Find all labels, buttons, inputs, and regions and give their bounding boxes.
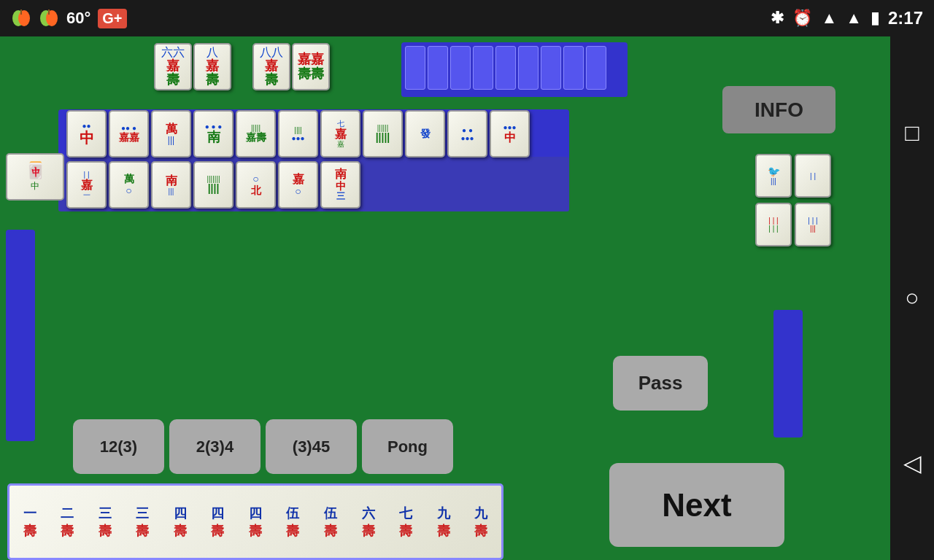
tile[interactable]: | | | | | | xyxy=(755,203,792,246)
tile[interactable]: 萬 ○ xyxy=(109,161,149,209)
action-button-2[interactable]: 2(3)4 xyxy=(169,419,260,474)
status-bar: 60° G+ ✱ ⏰ ▲ ▲ ▮ 2:17 xyxy=(0,0,934,36)
bottom-tile[interactable]: 七 壽 xyxy=(387,489,424,555)
tile[interactable]: ○ 北 xyxy=(236,161,276,209)
apple-icon-2 xyxy=(39,8,59,28)
battery-icon: ▮ xyxy=(871,9,879,28)
tile[interactable]: |||||| ||||| xyxy=(363,110,403,158)
bottom-tile[interactable]: 一 壽 xyxy=(12,489,48,555)
bottom-tile[interactable]: 伍 壽 xyxy=(312,489,349,555)
alarm-icon: ⏰ xyxy=(792,9,812,28)
blue-deck-top xyxy=(401,42,628,97)
bottom-tile[interactable]: 三 壽 xyxy=(87,489,123,555)
tile[interactable]: | | | ||| xyxy=(795,203,831,246)
tile[interactable]: 嘉 ○ xyxy=(278,161,318,209)
temperature: 60° xyxy=(66,9,90,28)
top-tile-group-2: 八八 嘉 壽 嘉嘉 壽壽 xyxy=(252,42,331,91)
back-icon[interactable]: ◁ xyxy=(903,449,922,477)
left-vert-bar xyxy=(6,230,35,441)
action-button-4[interactable]: Pong xyxy=(362,419,453,474)
svg-rect-5 xyxy=(48,9,50,15)
info-button[interactable]: INFO xyxy=(722,86,835,133)
bottom-tile[interactable]: 六 壽 xyxy=(350,489,387,555)
svg-rect-2 xyxy=(20,9,22,15)
tile[interactable]: | | xyxy=(795,154,831,198)
action-button-1[interactable]: 12(3) xyxy=(73,419,164,474)
bottom-tile[interactable]: 九 壽 xyxy=(463,489,499,555)
next-button[interactable]: Next xyxy=(609,463,784,547)
action-button-3[interactable]: (3)45 xyxy=(266,419,357,474)
tile[interactable]: ●●● 中 xyxy=(490,110,530,158)
pass-button[interactable]: Pass xyxy=(613,356,708,411)
right-tile-group: 🐦 ||| | | | | | | | | | | | ||| xyxy=(754,153,832,247)
tile[interactable]: 萬 ||| xyxy=(151,110,191,158)
left-player-tile: 🀄 中 xyxy=(6,153,64,201)
game-area: INFO 六六 嘉 壽 八 嘉 壽 八八 嘉 壽 xyxy=(0,36,890,560)
tile[interactable]: ||||||| |||| xyxy=(193,161,234,209)
gplus-icon: G+ xyxy=(98,9,126,28)
tile[interactable]: ● ● ●●● xyxy=(447,110,487,158)
tile[interactable]: 八八 嘉 壽 xyxy=(252,43,290,90)
apple-icon-1 xyxy=(11,8,31,28)
square-icon[interactable]: □ xyxy=(905,120,919,147)
hand-row-1: ●● 中 ●● ● 嘉嘉 萬 ||| ● ● ● 南 xyxy=(66,109,530,158)
bottom-tile[interactable]: 三 壽 xyxy=(125,489,161,555)
tile[interactable]: 發 xyxy=(405,110,445,158)
tile[interactable]: ||||| 嘉壽 xyxy=(236,110,276,158)
clock: 2:17 xyxy=(888,8,923,28)
bottom-tile[interactable]: 伍 壽 xyxy=(275,489,312,555)
tile[interactable]: 南 ||| xyxy=(151,161,191,209)
tile[interactable]: 六六 嘉 壽 xyxy=(154,43,192,90)
hand-row-2: | | 嘉 一 萬 ○ 南 ||| ||||||| |||| ○ xyxy=(66,160,361,209)
bottom-tile[interactable]: 二 壽 xyxy=(50,489,86,555)
wifi-icon: ▲ xyxy=(821,9,837,28)
bottom-tile[interactable]: 四 壽 xyxy=(237,489,274,555)
right-sidebar: □ ○ ◁ xyxy=(890,36,934,560)
svg-point-4 xyxy=(46,10,58,26)
tile[interactable]: ● ● ● 南 xyxy=(193,110,234,158)
status-right: ✱ ⏰ ▲ ▲ ▮ 2:17 xyxy=(771,8,923,28)
tile[interactable]: 七 嘉 嘉 xyxy=(320,110,360,158)
circle-icon[interactable]: ○ xyxy=(905,284,919,311)
tile[interactable]: 🐦 ||| xyxy=(755,154,792,198)
signal-icon: ▲ xyxy=(846,9,862,28)
top-tile-group-1: 六六 嘉 壽 八 嘉 壽 xyxy=(153,42,232,91)
bottom-hand: 一 壽 二 壽 三 壽 三 壽 四 壽 四 壽 四 壽 伍 壽 xyxy=(7,483,503,560)
tile[interactable]: 南 中 三 xyxy=(320,161,360,209)
bottom-tile[interactable]: 九 壽 xyxy=(425,489,462,555)
tile[interactable]: |||| ●●● xyxy=(278,110,318,158)
right-vert-bar xyxy=(773,310,803,438)
bottom-tile[interactable]: 四 壽 xyxy=(162,489,198,555)
bluetooth-icon: ✱ xyxy=(771,9,784,28)
svg-point-1 xyxy=(18,10,30,26)
tile[interactable]: 嘉嘉 壽壽 xyxy=(292,43,330,90)
tile[interactable]: ●● ● 嘉嘉 xyxy=(109,110,149,158)
tile[interactable]: | | 嘉 一 xyxy=(66,161,107,209)
status-left: 60° G+ xyxy=(11,8,771,28)
tile[interactable]: 八 嘉 壽 xyxy=(193,43,231,90)
bottom-tile[interactable]: 四 壽 xyxy=(200,489,236,555)
tile[interactable]: ●● 中 xyxy=(66,110,107,158)
